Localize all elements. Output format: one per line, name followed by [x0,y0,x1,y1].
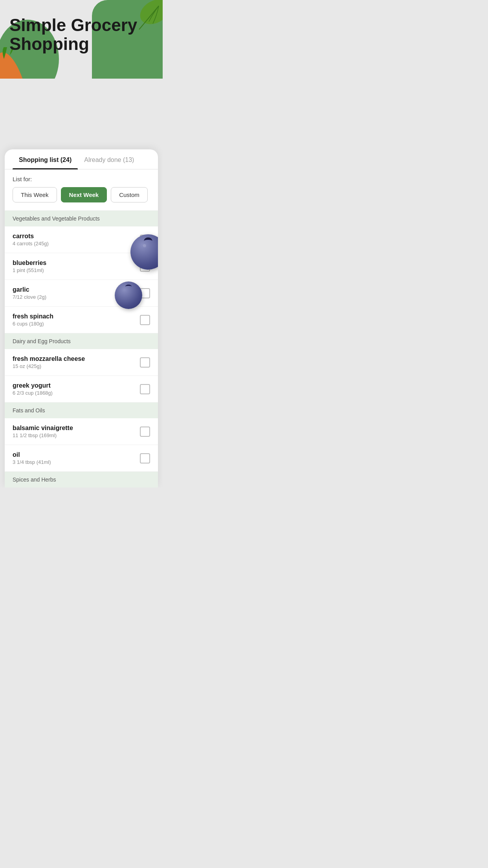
checkbox-oil[interactable] [140,453,150,463]
item-name-spinach: fresh spinach [13,313,140,320]
item-qty-mozzarella: 15 oz (425g) [13,363,140,369]
filter-custom[interactable]: Custom [111,187,148,202]
item-qty-carrots: 4 carrots (245g) [13,241,140,246]
category-header-fats: Fats and Oils [5,403,158,418]
checkbox-yogurt[interactable] [140,384,150,394]
filter-buttons: This Week Next Week Custom [13,187,150,202]
main-card: Shopping list (24) Already done (13) Lis… [5,149,158,487]
list-for-label: List for: [13,176,150,182]
item-qty-spinach: 6 cups (180g) [13,321,140,327]
item-qty-oil: 3 1/4 tbsp (41ml) [13,459,140,465]
item-name-carrots: carrots [13,233,140,240]
app-title: Simple Grocery Shopping [9,16,153,54]
checkbox-balsamic[interactable] [140,427,150,437]
tab-shopping[interactable]: Shopping list (24) [13,149,78,169]
item-oil: oil 3 1/4 tbsp (41ml) [5,445,158,472]
blueberry-medium-decoration [115,281,142,309]
filter-this-week[interactable]: This Week [13,187,57,202]
category-header-dairy: Dairy and Egg Products [5,333,158,349]
item-greek-yogurt: greek yogurt 6 2/3 cup (1868g) [5,376,158,403]
filter-next-week[interactable]: Next Week [61,187,107,202]
category-header-vegetables: Vegetables and Vegetable Products [5,211,158,226]
category-header-spices: Spices and Herbs [5,472,158,487]
item-balsamic: balsamic vinaigrette 11 1/2 tbsp (169ml) [5,418,158,445]
checkbox-mozzarella[interactable] [140,357,150,368]
item-qty-yogurt: 6 2/3 cup (1868g) [13,390,140,396]
item-fresh-spinach: fresh spinach 6 cups (180g) [5,307,158,333]
item-name-balsamic: balsamic vinaigrette [13,425,140,432]
item-name-mozzarella: fresh mozzarella cheese [13,355,140,362]
grocery-list: Vegetables and Vegetable Products carrot… [5,211,158,487]
list-for-section: List for: This Week Next Week Custom [5,169,158,211]
item-qty-blueberries: 1 pint (551ml) [13,267,140,273]
item-name-yogurt: greek yogurt [13,382,140,389]
checkbox-spinach[interactable] [140,315,150,325]
hero-section: Simple Grocery Shopping [0,0,163,79]
item-name-blueberries: blueberries [13,259,140,267]
item-name-oil: oil [13,451,140,458]
item-qty-balsamic: 11 1/2 tbsp (169ml) [13,432,140,438]
tab-done[interactable]: Already done (13) [78,149,140,169]
tabs-header: Shopping list (24) Already done (13) [5,149,158,169]
item-mozzarella: fresh mozzarella cheese 15 oz (425g) [5,349,158,376]
